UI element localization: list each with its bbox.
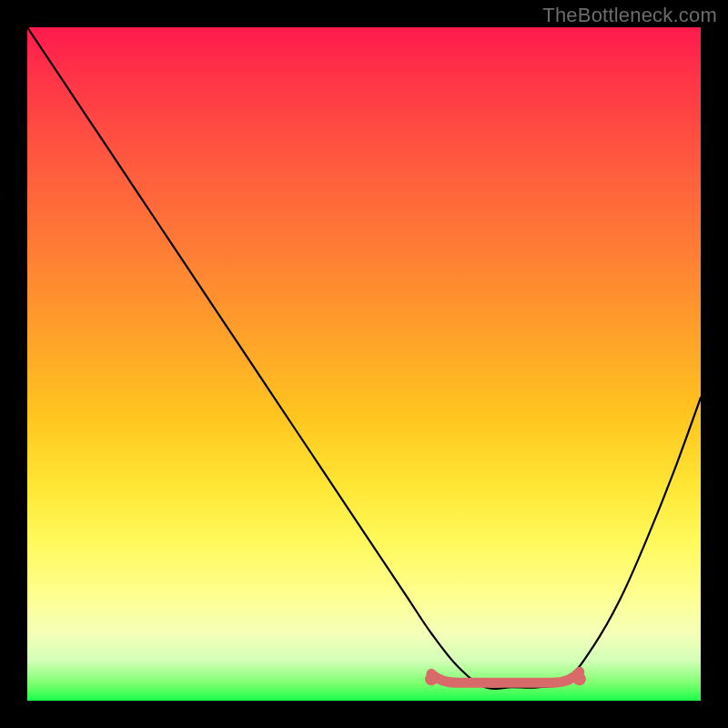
curve-layer (27, 27, 701, 701)
highlight-dot-left (425, 672, 438, 685)
highlight-band (431, 672, 580, 682)
highlight-dot-right (573, 672, 586, 685)
plot-area (27, 27, 701, 701)
chart-frame: TheBottleneck.com (0, 0, 728, 728)
watermark-text: TheBottleneck.com (542, 4, 717, 27)
bottleneck-curve (27, 27, 701, 689)
